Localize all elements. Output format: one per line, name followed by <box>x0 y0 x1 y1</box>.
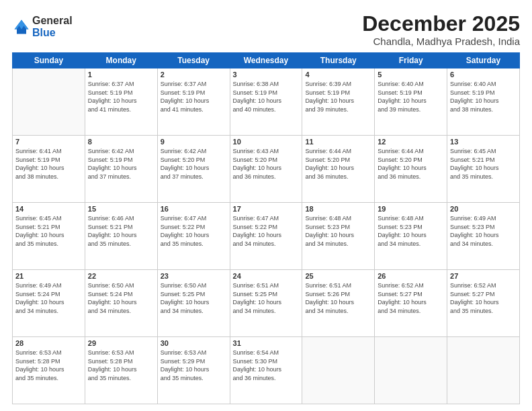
svg-marker-1 <box>15 19 29 29</box>
calendar-table: Sunday Monday Tuesday Wednesday Thursday… <box>12 52 520 404</box>
day-number: 23 <box>161 272 227 280</box>
day-info: Sunrise: 6:41 AM Sunset: 5:19 PM Dayligh… <box>15 147 82 181</box>
calendar-cell: 11Sunrise: 6:44 AM Sunset: 5:20 PM Dayli… <box>302 136 375 203</box>
day-number: 13 <box>450 138 517 146</box>
day-number: 29 <box>88 339 154 347</box>
calendar-cell: 1Sunrise: 6:37 AM Sunset: 5:19 PM Daylig… <box>85 68 157 136</box>
header-monday: Monday <box>85 53 157 68</box>
day-number: 3 <box>233 71 300 79</box>
day-info: Sunrise: 6:44 AM Sunset: 5:20 PM Dayligh… <box>305 147 371 181</box>
day-number: 24 <box>233 272 300 280</box>
calendar-cell: 4Sunrise: 6:39 AM Sunset: 5:19 PM Daylig… <box>302 68 375 136</box>
logo: General Blue <box>12 15 73 38</box>
logo-general-text: General <box>32 15 73 27</box>
day-number: 5 <box>378 71 444 79</box>
day-number: 11 <box>305 138 371 146</box>
page: General Blue December 2025 Chandla, Madh… <box>0 0 532 411</box>
calendar-cell: 17Sunrise: 6:47 AM Sunset: 5:22 PM Dayli… <box>230 203 302 270</box>
day-info: Sunrise: 6:44 AM Sunset: 5:20 PM Dayligh… <box>378 147 444 181</box>
calendar-cell <box>302 337 375 404</box>
calendar-cell: 9Sunrise: 6:42 AM Sunset: 5:20 PM Daylig… <box>157 136 230 203</box>
header-thursday: Thursday <box>302 53 375 68</box>
calendar-cell: 10Sunrise: 6:43 AM Sunset: 5:20 PM Dayli… <box>230 136 302 203</box>
calendar-week-5: 28Sunrise: 6:53 AM Sunset: 5:28 PM Dayli… <box>13 337 520 404</box>
day-number: 8 <box>88 138 154 146</box>
calendar-cell: 3Sunrise: 6:38 AM Sunset: 5:19 PM Daylig… <box>230 68 302 136</box>
calendar-cell: 25Sunrise: 6:51 AM Sunset: 5:26 PM Dayli… <box>302 270 375 337</box>
day-info: Sunrise: 6:47 AM Sunset: 5:22 PM Dayligh… <box>233 214 300 248</box>
day-number: 9 <box>161 138 227 146</box>
day-number: 12 <box>378 138 444 146</box>
day-info: Sunrise: 6:49 AM Sunset: 5:24 PM Dayligh… <box>15 281 82 315</box>
header-friday: Friday <box>375 53 447 68</box>
day-number: 22 <box>88 272 154 280</box>
calendar-cell: 14Sunrise: 6:45 AM Sunset: 5:21 PM Dayli… <box>13 203 85 270</box>
calendar-week-1: 1Sunrise: 6:37 AM Sunset: 5:19 PM Daylig… <box>13 68 520 136</box>
calendar-cell: 26Sunrise: 6:52 AM Sunset: 5:27 PM Dayli… <box>375 270 447 337</box>
day-info: Sunrise: 6:54 AM Sunset: 5:30 PM Dayligh… <box>233 349 300 382</box>
calendar-cell <box>447 337 520 404</box>
calendar-cell: 28Sunrise: 6:53 AM Sunset: 5:28 PM Dayli… <box>13 337 85 404</box>
calendar-cell <box>375 337 447 404</box>
title-section: December 2025 Chandla, Madhya Pradesh, I… <box>362 12 520 47</box>
day-info: Sunrise: 6:45 AM Sunset: 5:21 PM Dayligh… <box>15 214 82 248</box>
day-number: 1 <box>88 71 154 79</box>
calendar-cell: 16Sunrise: 6:47 AM Sunset: 5:22 PM Dayli… <box>157 203 230 270</box>
day-info: Sunrise: 6:47 AM Sunset: 5:22 PM Dayligh… <box>161 214 227 248</box>
calendar-cell: 7Sunrise: 6:41 AM Sunset: 5:19 PM Daylig… <box>13 136 85 203</box>
day-number: 26 <box>378 272 444 280</box>
day-info: Sunrise: 6:40 AM Sunset: 5:19 PM Dayligh… <box>378 80 444 113</box>
day-info: Sunrise: 6:45 AM Sunset: 5:21 PM Dayligh… <box>450 147 517 181</box>
day-info: Sunrise: 6:49 AM Sunset: 5:23 PM Dayligh… <box>450 214 517 248</box>
day-info: Sunrise: 6:37 AM Sunset: 5:19 PM Dayligh… <box>161 80 227 113</box>
day-number: 14 <box>15 205 82 213</box>
calendar-cell: 22Sunrise: 6:50 AM Sunset: 5:24 PM Dayli… <box>85 270 157 337</box>
calendar-cell: 29Sunrise: 6:53 AM Sunset: 5:28 PM Dayli… <box>85 337 157 404</box>
day-info: Sunrise: 6:37 AM Sunset: 5:19 PM Dayligh… <box>88 80 154 113</box>
logo-blue-text: Blue <box>32 27 73 39</box>
day-number: 10 <box>233 138 300 146</box>
day-info: Sunrise: 6:38 AM Sunset: 5:19 PM Dayligh… <box>233 80 300 113</box>
calendar-cell: 24Sunrise: 6:51 AM Sunset: 5:25 PM Dayli… <box>230 270 302 337</box>
calendar-cell: 2Sunrise: 6:37 AM Sunset: 5:19 PM Daylig… <box>157 68 230 136</box>
header: General Blue December 2025 Chandla, Madh… <box>12 12 520 47</box>
logo-text: General Blue <box>32 15 73 38</box>
calendar-cell: 31Sunrise: 6:54 AM Sunset: 5:30 PM Dayli… <box>230 337 302 404</box>
day-info: Sunrise: 6:53 AM Sunset: 5:28 PM Dayligh… <box>15 349 82 382</box>
calendar-cell: 30Sunrise: 6:53 AM Sunset: 5:29 PM Dayli… <box>157 337 230 404</box>
day-info: Sunrise: 6:46 AM Sunset: 5:21 PM Dayligh… <box>88 214 154 248</box>
calendar-cell: 8Sunrise: 6:42 AM Sunset: 5:19 PM Daylig… <box>85 136 157 203</box>
day-number: 20 <box>450 205 517 213</box>
day-info: Sunrise: 6:50 AM Sunset: 5:24 PM Dayligh… <box>88 281 154 315</box>
calendar-cell: 18Sunrise: 6:48 AM Sunset: 5:23 PM Dayli… <box>302 203 375 270</box>
day-number: 4 <box>305 71 371 79</box>
calendar-cell: 13Sunrise: 6:45 AM Sunset: 5:21 PM Dayli… <box>447 136 520 203</box>
calendar-cell <box>13 68 85 136</box>
day-number: 28 <box>15 339 82 347</box>
day-info: Sunrise: 6:42 AM Sunset: 5:19 PM Dayligh… <box>88 147 154 181</box>
day-info: Sunrise: 6:52 AM Sunset: 5:27 PM Dayligh… <box>450 281 517 315</box>
day-number: 16 <box>161 205 227 213</box>
calendar-cell: 5Sunrise: 6:40 AM Sunset: 5:19 PM Daylig… <box>375 68 447 136</box>
header-sunday: Sunday <box>13 53 85 68</box>
calendar-cell: 15Sunrise: 6:46 AM Sunset: 5:21 PM Dayli… <box>85 203 157 270</box>
day-info: Sunrise: 6:53 AM Sunset: 5:28 PM Dayligh… <box>88 349 154 382</box>
day-number: 27 <box>450 272 517 280</box>
day-info: Sunrise: 6:48 AM Sunset: 5:23 PM Dayligh… <box>305 214 371 248</box>
day-number: 15 <box>88 205 154 213</box>
calendar-cell: 21Sunrise: 6:49 AM Sunset: 5:24 PM Dayli… <box>13 270 85 337</box>
day-number: 6 <box>450 71 517 79</box>
day-info: Sunrise: 6:52 AM Sunset: 5:27 PM Dayligh… <box>378 281 444 315</box>
day-number: 7 <box>15 138 82 146</box>
day-number: 18 <box>305 205 371 213</box>
calendar-cell: 12Sunrise: 6:44 AM Sunset: 5:20 PM Dayli… <box>375 136 447 203</box>
day-number: 21 <box>15 272 82 280</box>
day-number: 17 <box>233 205 300 213</box>
header-tuesday: Tuesday <box>157 53 230 68</box>
calendar-cell: 6Sunrise: 6:40 AM Sunset: 5:19 PM Daylig… <box>447 68 520 136</box>
calendar-week-2: 7Sunrise: 6:41 AM Sunset: 5:19 PM Daylig… <box>13 136 520 203</box>
weekday-header-row: Sunday Monday Tuesday Wednesday Thursday… <box>13 53 520 68</box>
day-info: Sunrise: 6:50 AM Sunset: 5:25 PM Dayligh… <box>161 281 227 315</box>
calendar-cell: 19Sunrise: 6:48 AM Sunset: 5:23 PM Dayli… <box>375 203 447 270</box>
day-info: Sunrise: 6:39 AM Sunset: 5:19 PM Dayligh… <box>305 80 371 113</box>
